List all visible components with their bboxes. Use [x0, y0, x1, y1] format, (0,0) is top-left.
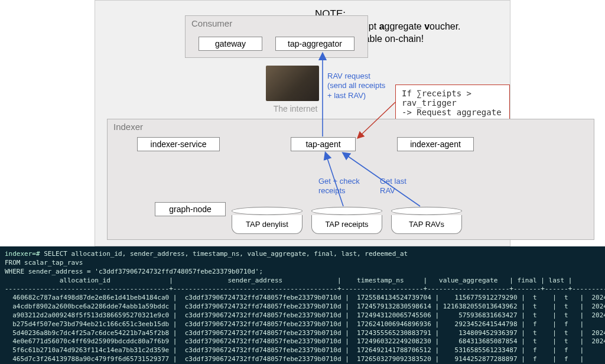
- internet-label: The internet: [266, 104, 325, 113]
- get-check-label: Get + check receipts: [318, 177, 360, 196]
- tap-aggregator-node: tap-aggregator: [275, 37, 354, 51]
- terminal-table: allocation_id | sender_address | timesta…: [5, 277, 605, 363]
- tap-ravs-db: TAP RAVs: [391, 211, 462, 236]
- sql-line3: WHERE sender_address = 'c3ddf37906724732…: [5, 268, 263, 275]
- get-last-label: Get last RAV: [380, 177, 406, 196]
- tap-denylist-db: TAP denylist: [232, 211, 302, 236]
- consumer-group: Consumer gateway tap-aggregator: [185, 15, 368, 58]
- consumer-label: Consumer: [191, 18, 232, 28]
- indexer-service-node: indexer-service: [137, 137, 220, 151]
- condition-line1: If ∑receipts > rav_trigger: [402, 89, 503, 108]
- terminal-output: indexer=# SELECT allocation_id, sender_a…: [0, 246, 605, 364]
- internet-image: [266, 66, 319, 101]
- rav-request-label: RAV request (send all receipts + last RA…: [327, 72, 385, 100]
- sql-line1: SELECT allocation_id, sender_address, ti…: [44, 250, 408, 258]
- condition-line2: -> Request aggregate: [402, 108, 503, 117]
- indexer-agent-node: indexer-agent: [397, 137, 474, 151]
- condition-box: If ∑receipts > rav_trigger -> Request ag…: [395, 84, 510, 121]
- graph-node-node: graph-node: [155, 202, 226, 216]
- diagram-canvas: NOTE: RAV = Receipt aggregate voucher. I…: [95, 0, 510, 246]
- diagram-area: NOTE: RAV = Receipt aggregate voucher. I…: [0, 0, 605, 246]
- terminal-prompt: indexer=#: [5, 250, 44, 258]
- tap-agent-node: tap-agent: [291, 137, 356, 151]
- gateway-node: gateway: [199, 37, 262, 51]
- indexer-label: Indexer: [113, 122, 143, 132]
- sql-line2: FROM scalar_tap_ravs: [5, 259, 83, 266]
- tap-receipts-db: TAP receipts: [311, 211, 382, 236]
